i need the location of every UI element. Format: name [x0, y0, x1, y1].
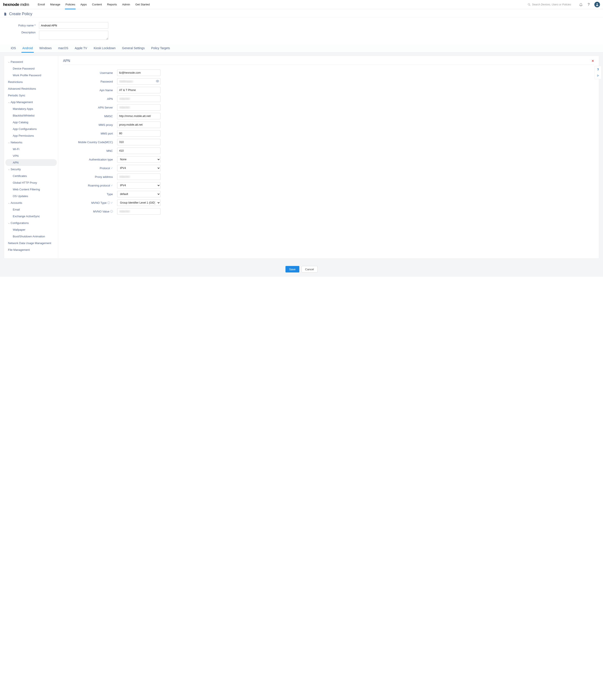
sidebar-group-label: Networks [10, 141, 22, 144]
topnav-item-content[interactable]: Content [90, 0, 105, 9]
tab-ios[interactable]: iOS [11, 44, 16, 52]
mms-proxy-input[interactable] [117, 122, 160, 128]
section-close-icon[interactable]: ✕ [592, 59, 594, 62]
field-row-proxy-addr: Proxy address [72, 174, 219, 180]
sidebar-group-configurations[interactable]: ⌄Configurations [4, 220, 58, 226]
sidebar-item-apn[interactable]: APN [5, 159, 57, 166]
tab-general-settings[interactable]: General Settings [122, 44, 145, 52]
mvno-type-select[interactable]: Group Identifier Level 1 (GID) [117, 199, 160, 206]
field-label-password: Password [72, 80, 117, 83]
check-icon: ✓ [111, 167, 113, 170]
help-rail-play-icon[interactable] [596, 73, 600, 78]
sidebar-item-os-updates[interactable]: OS Updates [5, 193, 57, 199]
sidebar-item-network-data-usage-management[interactable]: Network Data Usage Management [4, 240, 58, 247]
topnav-item-get-started[interactable]: Get Started [133, 0, 152, 9]
field-row-mms-port: MMS port [72, 130, 219, 137]
sidebar-item-mandatory-apps[interactable]: Mandatory Apps [5, 105, 57, 112]
sidebar-item-file-management[interactable]: File Management [4, 247, 58, 253]
sidebar-item-exchange-activesync[interactable]: Exchange ActiveSync [5, 213, 57, 220]
tab-windows[interactable]: Windows [40, 44, 52, 52]
top-nav: EnrollManagePoliciesAppsContentReportsAd… [35, 0, 152, 9]
sidebar-item-blacklist-whitelist[interactable]: Blacklist/Whitelist [5, 112, 57, 119]
sidebar-group-accounts[interactable]: ⌄Accounts [4, 199, 58, 206]
tab-policy-targets[interactable]: Policy Targets [151, 44, 170, 52]
mnc-input[interactable] [117, 148, 160, 154]
auth-type-select[interactable]: None [117, 156, 160, 162]
topnav-item-apps[interactable]: Apps [78, 0, 90, 9]
mvno-value-input[interactable] [117, 208, 160, 215]
field-row-auth-type: Authentication typeNone [72, 156, 219, 162]
policy-description-input[interactable] [39, 31, 108, 40]
apn-name-input[interactable] [117, 87, 160, 93]
topnav-item-enroll[interactable]: Enroll [35, 0, 47, 9]
tab-macos[interactable]: macOS [58, 44, 68, 52]
field-label-apn-server: APN Server [72, 106, 117, 109]
main-area: ⌄PasswordDevice PasswordWork Profile Pas… [0, 53, 603, 262]
notifications-icon[interactable] [579, 2, 583, 7]
sidebar-item-work-profile-password[interactable]: Work Profile Password [5, 72, 57, 79]
topnav-item-policies[interactable]: Policies [63, 0, 78, 9]
svg-point-4 [157, 81, 158, 82]
type-select[interactable]: default [117, 191, 160, 197]
sidebar-item-device-password[interactable]: Device Password [5, 65, 57, 72]
help-rail-question-icon[interactable]: ? [596, 67, 600, 72]
username-input[interactable] [117, 70, 160, 76]
mms-port-input[interactable] [117, 130, 160, 137]
field-row-mvno-type: MVNO Typei✓Group Identifier Level 1 (GID… [72, 199, 219, 206]
field-label-mvno-value: MVNO Valuei [72, 210, 117, 213]
help-icon[interactable]: ? [586, 2, 591, 7]
sidebar-group-app-management[interactable]: ⌄App Management [4, 99, 58, 105]
sidebar-group-security[interactable]: ⌄Security [4, 166, 58, 173]
sidebar-group-networks[interactable]: ⌄Networks [4, 139, 58, 146]
global-search[interactable]: Search Devices, Users or Policies [528, 3, 575, 6]
section-title: APN [63, 59, 70, 63]
cancel-button[interactable]: Cancel [301, 266, 318, 272]
svg-point-0 [528, 3, 530, 5]
save-button[interactable]: Save [285, 266, 299, 272]
roaming-select[interactable]: IPV4 [117, 182, 160, 189]
apn-server-input[interactable] [117, 104, 160, 111]
topnav-item-admin[interactable]: Admin [120, 0, 133, 9]
sidebar-item-app-configurations[interactable]: App Configurations [5, 126, 57, 132]
sidebar-item-certificates[interactable]: Certificates [5, 173, 57, 179]
topnav-item-manage[interactable]: Manage [47, 0, 63, 9]
apn-input[interactable] [117, 96, 160, 102]
sidebar-item-email[interactable]: Email [5, 206, 57, 213]
field-label-proxy-addr: Proxy address [72, 175, 117, 178]
policy-sidebar: ⌄PasswordDevice PasswordWork Profile Pas… [4, 56, 58, 258]
sidebar-group-password[interactable]: ⌄Password [4, 58, 58, 65]
sidebar-item-periodic-sync[interactable]: Periodic Sync [4, 92, 58, 99]
info-icon[interactable]: i [107, 201, 110, 204]
field-label-mms-proxy: MMS proxy [72, 123, 117, 126]
policy-name-input[interactable] [39, 22, 108, 29]
user-avatar[interactable] [594, 2, 600, 7]
tab-apple-tv[interactable]: Apple TV [75, 44, 87, 52]
svg-line-1 [530, 5, 530, 6]
sidebar-group-label: Password [10, 60, 23, 64]
info-icon[interactable]: i [110, 210, 113, 213]
tab-android[interactable]: Android [22, 44, 33, 52]
field-row-password: Password [72, 78, 219, 85]
proxy-addr-input[interactable] [117, 174, 160, 180]
sidebar-item-wi-fi[interactable]: Wi-Fi [5, 146, 57, 152]
sidebar-item-wallpaper[interactable]: Wallpaper [5, 226, 57, 233]
mcc-input[interactable] [117, 139, 160, 145]
sidebar-item-advanced-restrictions[interactable]: Advanced Restrictions [4, 85, 58, 92]
password-input[interactable] [117, 78, 160, 85]
sidebar-item-global-http-proxy[interactable]: Global HTTP Proxy [5, 179, 57, 186]
sidebar-item-vpn[interactable]: VPN [5, 152, 57, 159]
field-label-apn: APN [72, 97, 117, 100]
eye-icon[interactable] [156, 79, 159, 83]
tab-kiosk-lockdown[interactable]: Kiosk Lockdown [94, 44, 116, 52]
apn-fields: UsernamePasswordApn NameAPNAPN ServerMMS… [72, 70, 219, 215]
sidebar-item-app-catalog[interactable]: App Catalog [5, 119, 57, 126]
check-icon: ✓ [111, 184, 113, 187]
sidebar-item-boot-shutdown-animation[interactable]: Boot/Shutdown Animation [5, 233, 57, 240]
protocol-select[interactable]: IPV4 [117, 165, 160, 171]
sidebar-item-app-permissions[interactable]: App Permissions [5, 132, 57, 139]
topnav-item-reports[interactable]: Reports [104, 0, 120, 9]
sidebar-item-web-content-filtering[interactable]: Web Content Filtering [5, 186, 57, 193]
mmsc-input[interactable] [117, 113, 160, 119]
sidebar-item-restrictions[interactable]: Restrictions [4, 79, 58, 85]
field-label-protocol: Protocol✓ [72, 167, 117, 170]
